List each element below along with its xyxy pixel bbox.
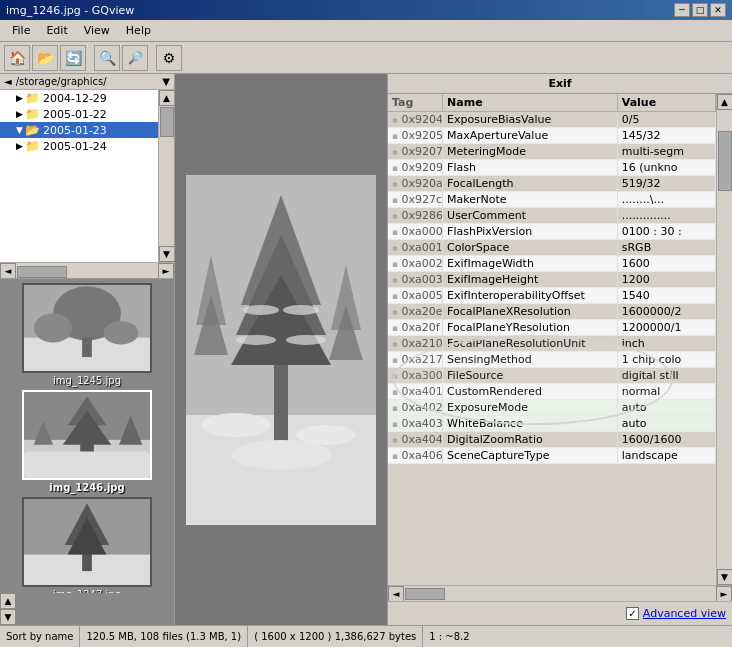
home-button[interactable]: 🏠 [4, 45, 30, 71]
exif-hscroll-thumb[interactable] [405, 588, 445, 600]
path-arrow[interactable]: ◄ [4, 76, 12, 87]
exif-row-20: ▪ 0xa404DigitalZoomRatio1600/1600 [388, 432, 716, 448]
exif-cell-icon-9: ▪ 0xa002 [388, 256, 443, 272]
exif-row-icon-2: ▪ [392, 147, 398, 157]
folder-icon-3: 📁 [25, 139, 40, 153]
zoom-in-button[interactable]: 🔍 [94, 45, 120, 71]
refresh-button[interactable]: 🔄 [60, 45, 86, 71]
settings-button[interactable]: ⚙ [156, 45, 182, 71]
thumb-scroll-up[interactable]: ▲ [0, 593, 16, 609]
exif-cell-icon-2: ▪ 0x9207 [388, 144, 443, 160]
exif-scroll-up[interactable]: ▲ [717, 94, 733, 110]
exif-cell-name-7: FlashPixVersion [443, 224, 618, 240]
exif-cell-icon-10: ▪ 0xa003 [388, 272, 443, 288]
thumbnail-scrollbar[interactable]: ▲ ▼ [0, 593, 16, 625]
left-hscroll-right[interactable]: ► [158, 263, 174, 279]
exif-cell-icon-21: ▪ 0xa406 [388, 448, 443, 464]
left-hscroll-thumb[interactable] [17, 266, 67, 278]
advanced-view-label[interactable]: Advanced view [643, 607, 726, 620]
zoom-out-button[interactable]: 🔎 [122, 45, 148, 71]
exif-scroll-down[interactable]: ▼ [717, 569, 733, 585]
thumbnail-label-1: img_1246.jpg [49, 482, 124, 493]
exif-row-icon-3: ▪ [392, 163, 398, 173]
thumbnail-item-0[interactable]: img_1245.jpg [4, 283, 170, 386]
tree-scroll-thumb[interactable] [160, 107, 174, 137]
thumbnail-item-1[interactable]: img_1246.jpg [4, 390, 170, 493]
file-tree: ◄ /storage/graphics/ ▼ ▶ 📁 2004-12-29 ▶ … [0, 74, 174, 279]
thumbnail-label-0: img_1245.jpg [53, 375, 121, 386]
menu-view[interactable]: View [76, 22, 118, 39]
exif-hscroll-track[interactable] [404, 587, 716, 601]
tree-scrollbar[interactable]: ▲ ▼ [158, 90, 174, 262]
thumbnail-list: img_1245.jpg [0, 279, 174, 593]
tree-label-3: 2005-01-24 [43, 140, 107, 153]
tree-scroll-down[interactable]: ▼ [159, 246, 175, 262]
exif-row-15: ▪ 0xa217SensingMethod1 chip colo [388, 352, 716, 368]
exif-bottom-bar: ✓ Advanced view [388, 601, 732, 625]
exif-cell-value-9: 1600 [617, 256, 715, 272]
exif-scroll-track-top[interactable] [718, 110, 732, 130]
tree-label-1: 2005-01-22 [43, 108, 107, 121]
exif-cell-name-6: UserComment [443, 208, 618, 224]
menubar: File Edit View Help [0, 20, 732, 42]
exif-cell-value-14: inch [617, 336, 715, 352]
tree-scroll-track[interactable] [160, 138, 174, 246]
menu-help[interactable]: Help [118, 22, 159, 39]
tree-label-0: 2004-12-29 [43, 92, 107, 105]
menu-edit[interactable]: Edit [38, 22, 75, 39]
exif-cell-name-13: FocalPlaneYResolution [443, 320, 618, 336]
exif-cell-name-17: CustomRendered [443, 384, 618, 400]
left-hscroll[interactable]: ◄ ► [0, 262, 174, 278]
svg-point-33 [201, 413, 271, 437]
exif-cell-name-12: FocalPlaneXResolution [443, 304, 618, 320]
exif-hscroll[interactable]: ◄ ► [388, 585, 732, 601]
exif-row-21: ▪ 0xa406SceneCaptureTypelandscape [388, 448, 716, 464]
tree-scroll-up[interactable]: ▲ [159, 90, 175, 106]
exif-cell-name-20: DigitalZoomRatio [443, 432, 618, 448]
exif-row-0: ▪ 0x9204ExposureBiasValue0/5 [388, 112, 716, 128]
maximize-button[interactable]: □ [692, 3, 708, 17]
exif-cell-name-1: MaxApertureValue [443, 128, 618, 144]
expand-icon-3[interactable]: ▶ [16, 141, 23, 151]
thumbnail-image-2 [22, 497, 152, 587]
thumbnail-item-2[interactable]: img_1247.jpg [4, 497, 170, 593]
exif-cell-name-4: FocalLength [443, 176, 618, 192]
expand-icon-0[interactable]: ▶ [16, 93, 23, 103]
exif-cell-value-19: auto [617, 416, 715, 432]
tree-item-1[interactable]: ▶ 📁 2005-01-22 [0, 106, 158, 122]
exif-cell-icon-17: ▪ 0xa401 [388, 384, 443, 400]
left-hscroll-left[interactable]: ◄ [0, 263, 16, 279]
exif-hscroll-left[interactable]: ◄ [388, 586, 404, 602]
folder-button[interactable]: 📂 [32, 45, 58, 71]
tree-item-2[interactable]: ▼ 📂 2005-01-23 [0, 122, 158, 138]
exif-cell-name-2: MeteringMode [443, 144, 618, 160]
exif-cell-value-5: ........\... [617, 192, 715, 208]
exif-hscroll-right[interactable]: ► [716, 586, 732, 602]
exif-cell-icon-13: ▪ 0xa20f [388, 320, 443, 336]
expand-icon-2[interactable]: ▼ [16, 125, 23, 135]
exif-cell-value-20: 1600/1600 [617, 432, 715, 448]
exif-row-icon-21: ▪ [392, 451, 398, 461]
advanced-view-checkbox[interactable]: ✓ [626, 607, 639, 620]
exif-cell-value-21: landscape [617, 448, 715, 464]
close-button[interactable]: ✕ [710, 3, 726, 17]
thumbnail-svg-2 [24, 497, 150, 587]
status-sort: Sort by name [0, 626, 80, 647]
exif-scroll-track-bottom[interactable] [718, 192, 732, 569]
path-dropdown[interactable]: ▼ [162, 76, 170, 87]
minimize-button[interactable]: ─ [674, 3, 690, 17]
exif-row-icon-14: ▪ [392, 339, 398, 349]
exif-row-icon-4: ▪ [392, 179, 398, 189]
exif-cell-name-0: ExposureBiasValue [443, 112, 618, 128]
tree-item-3[interactable]: ▶ 📁 2005-01-24 [0, 138, 158, 154]
exif-row-13: ▪ 0xa20fFocalPlaneYResolution1200000/1 [388, 320, 716, 336]
exif-scroll-thumb[interactable] [718, 131, 732, 191]
thumb-scroll-down[interactable]: ▼ [0, 609, 16, 625]
menu-file[interactable]: File [4, 22, 38, 39]
exif-row-3: ▪ 0x9209Flash16 (unkno [388, 160, 716, 176]
tree-item-0[interactable]: ▶ 📁 2004-12-29 [0, 90, 158, 106]
left-hscroll-track[interactable] [16, 265, 158, 277]
exif-cell-icon-18: ▪ 0xa402 [388, 400, 443, 416]
expand-icon-1[interactable]: ▶ [16, 109, 23, 119]
exif-scrollbar[interactable]: ▲ ▼ [716, 94, 732, 585]
